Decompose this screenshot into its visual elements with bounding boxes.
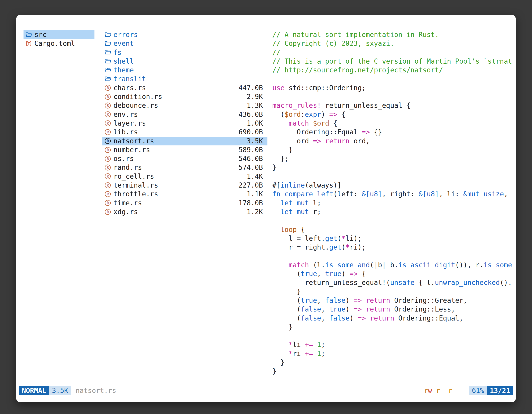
file-name: throttle.rs	[114, 190, 158, 198]
file-row-natsort.rs[interactable]: Rnatsort.rs3.5K	[102, 137, 267, 145]
code-line: *li += 1;	[272, 340, 513, 349]
file-row-translit[interactable]: translit	[102, 75, 267, 83]
code-line: // Copyright (c) 2023, sxyazi.	[272, 39, 513, 48]
file-row-theme[interactable]: theme	[102, 66, 267, 75]
rust-file-icon: R	[104, 155, 111, 162]
file-size: 447.0B	[239, 83, 263, 92]
file-name: theme	[114, 66, 134, 75]
file-name: lib.rs	[114, 128, 138, 136]
svg-text:R: R	[107, 130, 109, 134]
file-name: condition.rs	[114, 92, 162, 101]
rust-file-icon: R	[104, 137, 111, 144]
code-line: }	[272, 163, 513, 172]
file-size: 546.0B	[239, 154, 263, 163]
code-line: (false, true) => return Ordering::Less,	[272, 305, 513, 314]
code-line: (true, true) => {	[272, 270, 513, 278]
folder-open-icon	[104, 31, 111, 38]
file-size-indicator: 3.5K	[49, 386, 71, 395]
code-line: *ri += 1;	[272, 349, 513, 358]
code-line: }	[272, 358, 513, 367]
file-name: xdg.rs	[114, 207, 138, 216]
svg-text:R: R	[107, 86, 109, 90]
code-line: let mut r;	[272, 207, 513, 216]
file-name: translit	[114, 75, 146, 83]
file-name: env.rs	[114, 110, 138, 119]
file-size: 227.0B	[239, 181, 263, 190]
file-row-Cargo.toml[interactable]: Cargo.toml	[24, 39, 95, 48]
svg-text:R: R	[107, 148, 109, 152]
file-row-fs[interactable]: fs	[102, 48, 267, 57]
code-line	[272, 172, 513, 181]
preview-pane: // A natural sort implementation in Rust…	[272, 30, 513, 378]
code-line: l = left.get(*li);	[272, 234, 513, 243]
file-size: 436.0B	[239, 110, 263, 119]
code-line: fn compare_left(left: &[u8], right: &[u8…	[272, 190, 513, 198]
svg-text:R: R	[107, 165, 109, 170]
file-name: os.rs	[114, 154, 134, 163]
file-row-env.rs[interactable]: Renv.rs436.0B	[102, 110, 267, 119]
svg-text:R: R	[107, 210, 109, 214]
file-size: 178.0B	[239, 199, 263, 207]
file-name: natsort.rs	[114, 137, 154, 145]
code-line: // A natural sort implementation in Rust…	[272, 30, 513, 39]
file-name: time.rs	[114, 199, 142, 207]
file-row-event[interactable]: event	[102, 39, 267, 48]
file-name: shell	[114, 57, 134, 66]
file-row-condition.rs[interactable]: Rcondition.rs2.9K	[102, 92, 267, 101]
file-row-time.rs[interactable]: Rtime.rs178.0B	[102, 199, 267, 207]
file-row-shell[interactable]: shell	[102, 57, 267, 66]
code-line: match (l.is_some_and(|b| b.is_ascii_digi…	[272, 260, 513, 270]
file-row-os.rs[interactable]: Ros.rs546.0B	[102, 154, 267, 163]
code-line: macro_rules! return_unless_equal {	[272, 101, 513, 110]
code-line: // http://sourcefrog.net/projects/natsor…	[272, 66, 513, 75]
code-line: //	[272, 48, 513, 57]
file-row-terminal.rs[interactable]: Rterminal.rs227.0B	[102, 181, 267, 190]
file-name: src	[34, 30, 47, 39]
code-line: #[inline(always)]	[272, 181, 513, 190]
code-line: match $ord {	[272, 119, 513, 128]
file-row-errors[interactable]: errors	[102, 30, 267, 39]
file-name: Cargo.toml	[34, 39, 75, 48]
code-line: }	[272, 367, 513, 375]
file-row-throttle.rs[interactable]: Rthrottle.rs1.1K	[102, 190, 267, 198]
rust-file-icon: R	[104, 102, 111, 109]
file-row-layer.rs[interactable]: Rlayer.rs1.0K	[102, 119, 267, 128]
rust-file-icon: R	[104, 199, 111, 206]
code-line: }	[272, 287, 513, 296]
file-size: 1.3K	[247, 101, 263, 110]
code-line	[272, 216, 513, 225]
code-line: loop {	[272, 225, 513, 234]
file-row-ro_cell.rs[interactable]: Rro_cell.rs1.4K	[102, 172, 267, 181]
file-name: errors	[114, 30, 138, 39]
file-row-src[interactable]: src	[24, 30, 95, 39]
rust-file-icon: R	[104, 173, 111, 180]
code-line: return_unless_equal!(unsafe { l.unwrap_u…	[272, 278, 513, 287]
cursor-position: 13/21	[487, 386, 513, 395]
file-row-chars.rs[interactable]: Rchars.rs447.0B	[102, 83, 267, 92]
file-size: 1.2K	[247, 207, 263, 216]
file-row-rand.rs[interactable]: Rrand.rs574.0B	[102, 163, 267, 172]
file-row-debounce.rs[interactable]: Rdebounce.rs1.3K	[102, 101, 267, 110]
code-line: ord => return ord,	[272, 137, 513, 145]
parent-pane: srcCargo.toml	[24, 30, 95, 48]
svg-text:R: R	[107, 139, 109, 143]
rust-file-icon: R	[104, 191, 111, 198]
file-row-number.rs[interactable]: Rnumber.rs589.0B	[102, 145, 267, 154]
file-size: 1.0K	[247, 119, 263, 128]
rust-file-icon: R	[104, 84, 111, 91]
file-size: 2.9K	[247, 92, 263, 101]
code-line: }	[272, 323, 513, 331]
file-row-lib.rs[interactable]: Rlib.rs690.0B	[102, 128, 267, 136]
code-line: use std::cmp::Ordering;	[272, 83, 513, 92]
file-name: ro_cell.rs	[114, 172, 154, 181]
file-row-xdg.rs[interactable]: Rxdg.rs1.2K	[102, 207, 267, 216]
file-name: number.rs	[114, 145, 150, 154]
svg-text:R: R	[107, 201, 109, 205]
rust-file-icon: R	[104, 146, 111, 154]
file-name: terminal.rs	[114, 181, 158, 190]
svg-text:R: R	[107, 95, 109, 99]
rust-file-icon: R	[104, 111, 111, 118]
svg-text:R: R	[107, 121, 109, 125]
svg-text:R: R	[107, 104, 109, 108]
folder-open-icon	[104, 76, 111, 82]
